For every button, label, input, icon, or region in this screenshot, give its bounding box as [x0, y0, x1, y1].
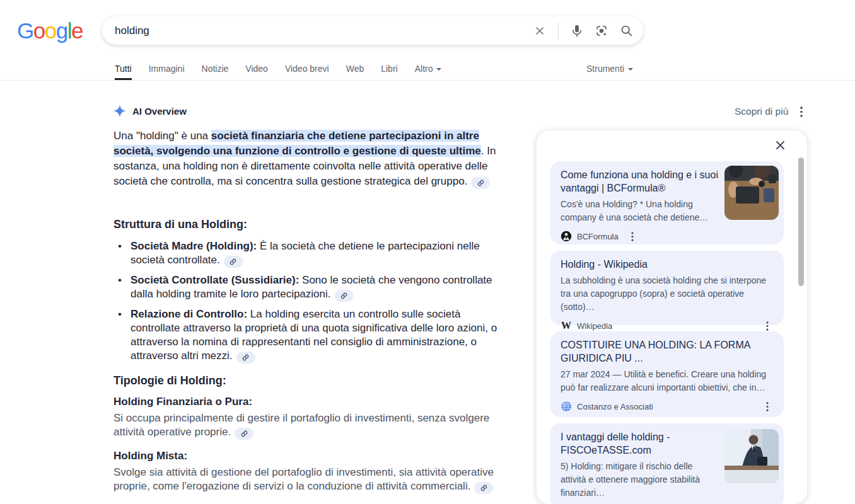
logo-letter: o	[33, 18, 45, 43]
search-submit-icon[interactable]	[618, 23, 634, 39]
logo-letter: G	[17, 18, 33, 43]
citation-link-icon[interactable]	[235, 428, 253, 440]
result-tabs: Tutti Immagini Notizie Video Video brevi…	[115, 64, 441, 80]
structure-heading: Struttura di una Holding:	[113, 218, 247, 231]
logo-letter: g	[56, 18, 67, 43]
search-input[interactable]	[115, 25, 532, 37]
citation-link-icon[interactable]	[224, 256, 243, 268]
caret-down-icon	[628, 68, 633, 71]
structure-list: Società Madre (Holding): È la società ch…	[113, 239, 509, 369]
typologies-heading: Tipologie di Holding:	[113, 374, 226, 387]
source-title[interactable]: COSTITUIRE UNA HOLDING: LA FORMA GIURIDI…	[561, 338, 774, 365]
voice-search-icon[interactable]	[569, 23, 585, 39]
list-item: Relazione di Controllo: La holding eserc…	[113, 307, 509, 364]
source-description: Cos'è una Holding? * Una holding company…	[561, 198, 718, 224]
citation-link-icon[interactable]	[335, 290, 354, 302]
tab-tutti[interactable]: Tutti	[115, 64, 132, 80]
intro-text: Una "holding" è una	[113, 130, 211, 142]
tab-video-brevi[interactable]: Video brevi	[285, 64, 329, 80]
tools-button[interactable]: Strumenti	[586, 64, 633, 74]
close-panel-icon[interactable]	[772, 137, 788, 152]
card-menu-icon[interactable]	[629, 232, 636, 241]
list-item: Società Controllate (Sussidiarie): Sono …	[113, 273, 509, 302]
caret-down-icon	[436, 68, 441, 71]
wikipedia-favicon: W	[561, 320, 572, 331]
logo-letter: o	[45, 18, 56, 43]
panel-scrollbar[interactable]	[798, 158, 804, 286]
list-item: Società Madre (Holding): È la società ch…	[113, 239, 509, 268]
logo-letter: e	[71, 18, 83, 43]
card-menu-icon[interactable]	[764, 321, 771, 331]
search-bar[interactable]	[102, 16, 643, 45]
holding-mista-text: Svolge sia attività di gestione del port…	[113, 466, 496, 494]
ai-overview-label: AI Overview	[132, 106, 187, 117]
bcformula-favicon	[561, 231, 572, 242]
tab-altro[interactable]: Altro	[415, 64, 442, 80]
source-card[interactable]: Holding - Wikipedia La subholding è una …	[550, 251, 784, 325]
source-title[interactable]: Holding - Wikipedia	[561, 258, 774, 271]
citation-link-icon[interactable]	[471, 177, 490, 189]
source-card[interactable]: I vantaggi delle holding - FISCOeTASSE.c…	[550, 423, 784, 504]
tab-web[interactable]: Web	[346, 64, 364, 80]
source-card[interactable]: COSTITUIRE UNA HOLDING: LA FORMA GIURIDI…	[550, 331, 784, 417]
source-name: Costanzo e Associati	[577, 402, 653, 411]
source-name: Wikipedia	[577, 321, 612, 331]
clear-search-icon[interactable]	[532, 23, 548, 39]
source-title[interactable]: Come funziona una holding e i suoi vanta…	[561, 168, 718, 195]
divider	[558, 23, 559, 39]
google-logo[interactable]: Google	[17, 18, 83, 43]
card-menu-icon[interactable]	[764, 402, 771, 411]
learn-more-link[interactable]: Scopri di più	[735, 106, 788, 117]
citation-link-icon[interactable]	[474, 482, 493, 494]
header-divider	[0, 80, 855, 81]
source-description: 27 mar 2024 — Utilità e benefici. Creare…	[561, 368, 774, 394]
holding-mista-heading: Holding Mista:	[113, 450, 187, 462]
tab-immagini[interactable]: Immagini	[149, 64, 185, 80]
source-description: 5) Holding: mitigare il rischio delle at…	[561, 460, 718, 500]
google-results-page: Google Tutti Immagini Notizie Video Vide…	[0, 0, 855, 504]
ai-intro-paragraph: Una "holding" è una società finanziaria …	[113, 129, 513, 189]
tab-libri[interactable]: Libri	[381, 64, 397, 80]
source-card[interactable]: Come funziona una holding e i suoi vanta…	[550, 161, 784, 244]
ai-sparkle-icon	[113, 105, 126, 117]
sources-panel: Come funziona una holding e i suoi vanta…	[537, 130, 807, 504]
ai-overview-menu-icon[interactable]	[796, 105, 806, 118]
citation-link-icon[interactable]	[236, 352, 255, 364]
source-name: BCFormula	[577, 232, 619, 241]
source-thumbnail[interactable]	[724, 429, 779, 483]
source-thumbnail[interactable]	[724, 166, 779, 220]
tab-video[interactable]: Video	[245, 64, 268, 80]
source-title[interactable]: I vantaggi delle holding - FISCOeTASSE.c…	[561, 430, 718, 457]
globe-favicon	[561, 401, 572, 412]
holding-pura-text: Si occupa principalmente di gestire il p…	[113, 411, 496, 440]
tab-notizie[interactable]: Notizie	[202, 64, 229, 80]
google-lens-icon[interactable]	[593, 23, 610, 39]
source-description: La subholding è una società holding che …	[561, 274, 774, 314]
holding-pura-heading: Holding Finanziaria o Pura:	[113, 396, 252, 408]
